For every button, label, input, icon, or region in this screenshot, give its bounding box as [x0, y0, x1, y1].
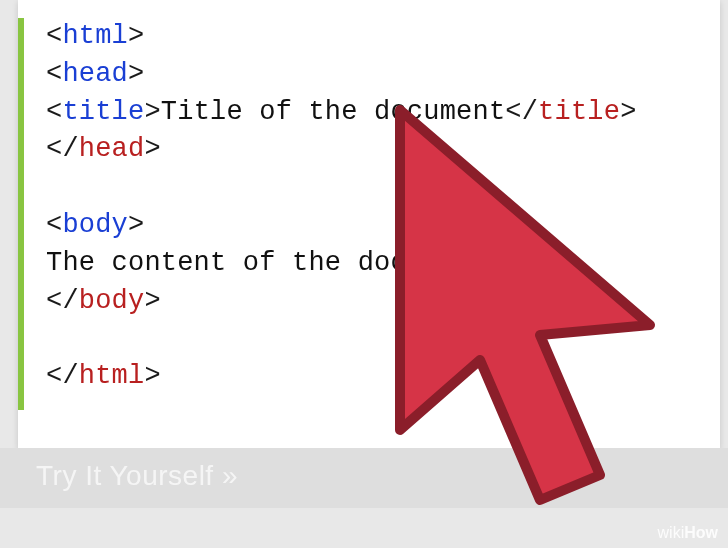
tag-title-close: title: [538, 97, 620, 127]
tag-body-open: body: [62, 210, 128, 240]
watermark-prefix: wiki: [658, 524, 685, 541]
accent-bar: [18, 18, 24, 410]
tag-body-close: body: [79, 286, 145, 316]
tag-html-close: html: [79, 361, 145, 391]
watermark-suffix: How: [684, 524, 718, 541]
caption-text: Try It Yourself »: [36, 460, 238, 492]
title-text: Title of the document: [161, 97, 505, 127]
body-text: The content of the document......: [46, 248, 587, 278]
code-panel: <html> <head> <title>Title of the docume…: [18, 0, 720, 448]
code-block: <html> <head> <title>Title of the docume…: [46, 18, 637, 396]
caption-bar: Try It Yourself »: [0, 448, 728, 508]
tag-html-open: html: [62, 21, 128, 51]
watermark: wikiHow: [658, 524, 718, 542]
tag-head-open: head: [62, 59, 128, 89]
tag-title-open: title: [62, 97, 144, 127]
tag-head-close: head: [79, 134, 145, 164]
